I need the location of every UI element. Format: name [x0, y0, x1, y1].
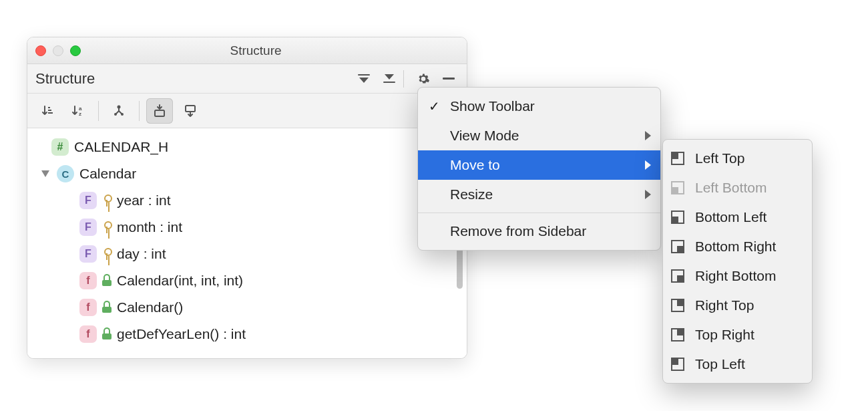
menu-item-remove-from-sidebar[interactable]: Remove from Sidebar — [418, 217, 660, 246]
separator — [98, 101, 99, 121]
move-to-submenu: Left Top Left Bottom Bottom Left Bottom … — [662, 139, 813, 384]
menu-item-label: Bottom Left — [695, 209, 767, 225]
svg-point-5 — [118, 105, 121, 108]
panel-title: Structure — [35, 70, 95, 88]
autoscroll-from-source-button[interactable] — [177, 98, 204, 124]
menu-item-label: Right Top — [695, 297, 754, 313]
collapse-all-button[interactable] — [379, 69, 399, 89]
svg-rect-1 — [48, 110, 51, 111]
hide-button[interactable] — [439, 69, 459, 89]
dock-left-top-icon — [671, 152, 684, 165]
submenu-item-bottom-left[interactable]: Bottom Left — [663, 202, 812, 232]
function-icon: f — [79, 325, 97, 343]
sort-by-visibility-button[interactable] — [34, 98, 61, 124]
menu-item-show-toolbar[interactable]: ✓ Show Toolbar — [418, 92, 660, 121]
menu-item-label: Move to — [450, 157, 500, 173]
field-icon: F — [79, 245, 97, 263]
private-key-icon — [102, 248, 112, 260]
tree-node-label: getDefYearLen() : int — [117, 326, 246, 342]
dock-bottom-right-icon — [671, 240, 684, 253]
tree-node-label: CALENDAR_H — [74, 139, 168, 155]
separator — [139, 101, 140, 121]
autoscroll-from-icon — [184, 104, 197, 118]
disclosure-triangle[interactable] — [39, 170, 51, 177]
tree-node-label: Calendar — [79, 166, 136, 182]
dock-bottom-left-icon — [671, 211, 684, 224]
tree-node-method[interactable]: f getDefYearLen() : int — [31, 321, 467, 348]
tree-node-define[interactable]: # CALENDAR_H — [31, 134, 467, 160]
submenu-item-top-left[interactable]: Top Left — [663, 350, 812, 379]
function-icon: f — [79, 272, 97, 289]
menu-item-move-to[interactable]: Move to — [418, 150, 660, 180]
submenu-item-right-bottom[interactable]: Right Bottom — [663, 261, 812, 291]
sort-icon — [41, 104, 54, 118]
public-lock-icon — [102, 302, 112, 313]
tree-node-label: month : int — [117, 219, 182, 235]
svg-point-6 — [114, 113, 117, 116]
supertypes-icon — [112, 104, 126, 118]
tree-node-label: day : int — [117, 246, 166, 262]
structure-toolbar: az — [27, 94, 467, 128]
menu-item-label: Left Bottom — [695, 180, 767, 196]
dock-left-bottom-icon — [671, 181, 684, 194]
tree-body[interactable]: # CALENDAR_H C Calendar F year : int F m… — [27, 128, 467, 358]
menu-item-label: View Mode — [450, 128, 519, 144]
gear-icon — [417, 72, 430, 86]
window-title: Structure — [53, 43, 459, 58]
submenu-item-right-top[interactable]: Right Top — [663, 291, 812, 320]
dock-top-left-icon — [671, 358, 684, 371]
menu-item-label: Remove from Sidebar — [450, 223, 586, 239]
collapse-all-icon — [383, 74, 395, 84]
structure-tool-window: Structure Structure az — [27, 37, 467, 359]
tree-node-class[interactable]: C Calendar — [31, 160, 467, 187]
settings-button[interactable] — [413, 69, 433, 89]
expand-all-button[interactable] — [354, 69, 374, 89]
tree-node-label: Calendar() — [117, 299, 183, 315]
svg-text:z: z — [79, 111, 81, 117]
submenu-item-top-right[interactable]: Top Right — [663, 320, 812, 350]
svg-rect-8 — [155, 110, 164, 116]
show-supertypes-button[interactable] — [105, 98, 132, 124]
define-icon: # — [51, 138, 69, 156]
tree-node-label: Calendar(int, int, int) — [117, 273, 243, 289]
field-icon: F — [79, 192, 97, 209]
minimize-icon — [443, 78, 455, 80]
svg-rect-0 — [48, 107, 50, 108]
dock-right-top-icon — [671, 299, 684, 312]
tree-node-method[interactable]: f Calendar() — [31, 294, 467, 321]
sort-alphabetically-button[interactable]: az — [65, 98, 91, 124]
dock-right-bottom-icon — [671, 269, 684, 283]
panel-header: Structure — [27, 64, 467, 94]
settings-menu: ✓ Show Toolbar View Mode Move to Resize … — [417, 87, 661, 251]
tree-node-field[interactable]: F day : int — [31, 241, 467, 267]
private-key-icon — [102, 194, 112, 207]
menu-item-label: Bottom Right — [695, 239, 776, 255]
dock-top-right-icon — [671, 328, 684, 341]
menu-item-label: Right Bottom — [695, 268, 776, 284]
menu-item-label: Top Left — [695, 356, 745, 372]
menu-item-view-mode[interactable]: View Mode — [418, 121, 660, 150]
submenu-item-bottom-right[interactable]: Bottom Right — [663, 232, 812, 261]
menu-item-label: Left Top — [695, 150, 744, 166]
menu-item-label: Show Toolbar — [450, 98, 535, 114]
title-bar[interactable]: Structure — [27, 37, 467, 64]
class-icon: C — [57, 165, 74, 182]
sort-alpha-icon: az — [71, 104, 85, 118]
function-icon: f — [79, 299, 97, 316]
svg-rect-2 — [48, 112, 53, 114]
menu-separator — [418, 213, 660, 213]
submenu-item-left-bottom: Left Bottom — [663, 173, 812, 202]
tree-node-label: year : int — [117, 192, 171, 209]
tree-node-method[interactable]: f Calendar(int, int, int) — [31, 267, 467, 294]
menu-item-resize[interactable]: Resize — [418, 180, 660, 209]
tree-node-field[interactable]: F month : int — [31, 214, 467, 241]
autoscroll-to-source-button[interactable] — [146, 98, 173, 124]
submenu-item-left-top[interactable]: Left Top — [663, 144, 812, 173]
field-icon: F — [79, 219, 97, 236]
tree-node-field[interactable]: F year : int — [31, 187, 467, 214]
public-lock-icon — [102, 329, 112, 339]
separator — [403, 70, 404, 88]
autoscroll-to-icon — [153, 104, 166, 118]
close-window-button[interactable] — [35, 45, 46, 56]
check-icon: ✓ — [429, 98, 440, 114]
